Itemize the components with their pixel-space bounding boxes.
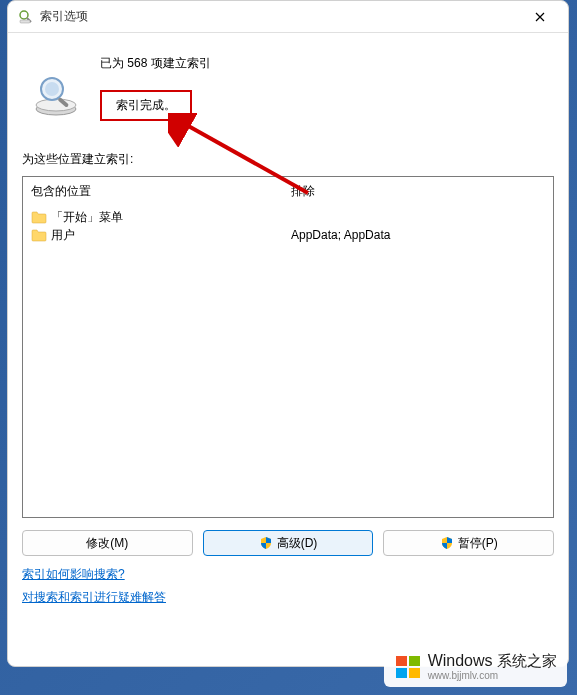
indexing-options-dialog: 索引选项 已为 568 项建立索引 索引完成。 [7, 0, 569, 667]
titlebar: 索引选项 [8, 1, 568, 33]
button-row: 修改(M) 高级(D) 暂停(P) [22, 530, 554, 556]
search-index-icon [18, 9, 34, 25]
svg-rect-10 [409, 656, 420, 666]
status-text: 已为 568 项建立索引 索引完成。 [100, 47, 211, 121]
modify-button[interactable]: 修改(M) [22, 530, 193, 556]
close-button[interactable] [520, 3, 560, 31]
list-item[interactable]: 用户 AppData; AppData [31, 226, 545, 244]
troubleshoot-link[interactable]: 对搜索和索引进行疑难解答 [22, 589, 166, 606]
modify-button-label: 修改(M) [86, 535, 128, 552]
indexed-count: 已为 568 项建立索引 [100, 55, 211, 72]
folder-icon [31, 228, 47, 242]
location-name: 用户 [51, 227, 291, 244]
window-title: 索引选项 [40, 8, 520, 25]
indexing-complete-label: 索引完成。 [100, 90, 192, 121]
svg-rect-12 [409, 668, 420, 678]
folder-icon [31, 210, 47, 224]
watermark-url: www.bjjmlv.com [428, 670, 557, 681]
dialog-content: 已为 568 项建立索引 索引完成。 为这些位置建立索引: 包含的位置 排除 「… [8, 33, 568, 666]
list-body: 「开始」菜单 用户 AppData; AppData [23, 206, 553, 517]
advanced-button[interactable]: 高级(D) [203, 530, 374, 556]
windows-logo-icon [394, 653, 422, 681]
pause-button[interactable]: 暂停(P) [383, 530, 554, 556]
shield-icon [440, 536, 454, 550]
watermark: Windows 系统之家 www.bjjmlv.com [384, 646, 567, 687]
watermark-brand: Windows 系统之家 [428, 652, 557, 670]
pause-button-label: 暂停(P) [458, 535, 498, 552]
svg-rect-9 [396, 656, 407, 666]
how-affect-link[interactable]: 索引如何影响搜索? [22, 566, 125, 583]
help-links: 索引如何影响搜索? 对搜索和索引进行疑难解答 [22, 566, 554, 612]
column-included: 包含的位置 [31, 183, 291, 200]
location-name: 「开始」菜单 [51, 209, 291, 226]
indexing-icon [32, 71, 80, 119]
svg-point-6 [45, 82, 59, 96]
locations-label: 为这些位置建立索引: [22, 151, 554, 168]
svg-rect-2 [20, 20, 30, 23]
status-area: 已为 568 项建立索引 索引完成。 [22, 47, 554, 121]
svg-rect-11 [396, 668, 407, 678]
column-excluded: 排除 [291, 183, 545, 200]
locations-list: 包含的位置 排除 「开始」菜单 用户 AppData; AppData [22, 176, 554, 518]
svg-point-4 [36, 99, 76, 111]
list-header: 包含的位置 排除 [23, 177, 553, 206]
list-item[interactable]: 「开始」菜单 [31, 208, 545, 226]
location-exclude: AppData; AppData [291, 228, 545, 242]
advanced-button-label: 高级(D) [277, 535, 318, 552]
shield-icon [259, 536, 273, 550]
svg-point-0 [20, 11, 28, 19]
